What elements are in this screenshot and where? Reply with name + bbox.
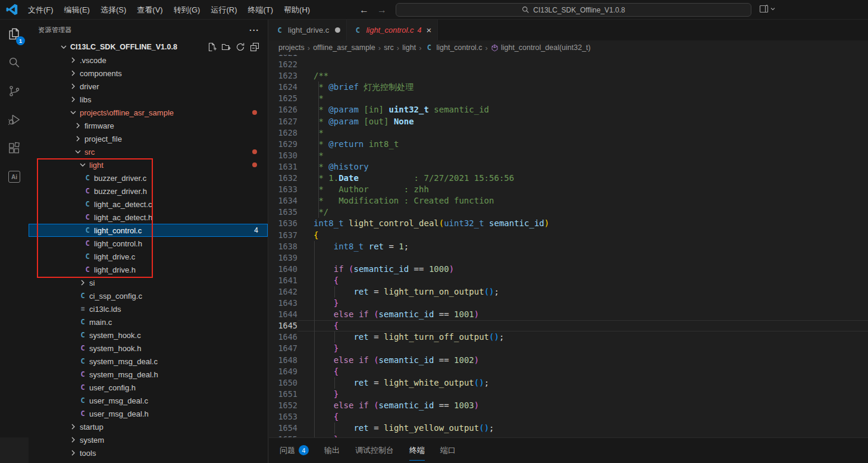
tree-item-system-hook-c[interactable]: Csystem_hook.c	[29, 329, 268, 342]
customize-layout-button[interactable]	[759, 4, 775, 14]
code-editor[interactable]: 162116221623/**1624 * @brief 灯光控制处理1625 …	[269, 55, 868, 437]
breadcrumb-item-light-control-c[interactable]: Clight_control.c	[424, 43, 482, 52]
editor-tab-light-control-c[interactable]: Clight_control.c4×	[347, 20, 438, 40]
code-line-1632[interactable]: 1632 * 1.Date : 7/27/2021 15:56:56	[269, 173, 868, 184]
code-line-1640[interactable]: 1640 if (semantic_id == 1000)	[269, 264, 868, 275]
code-line-1626[interactable]: 1626 * @param [in] uint32_t semantic_id	[269, 104, 868, 115]
menu-item-3[interactable]: 查看(V)	[131, 0, 168, 20]
tree-item-buzzer-driver-h[interactable]: Cbuzzer_driver.h	[29, 184, 268, 198]
code-line-1643[interactable]: 1643 }	[269, 298, 868, 309]
code-line-1624[interactable]: 1624 * @brief 灯光控制处理	[269, 82, 868, 93]
code-line-1631[interactable]: 1631 * @history	[269, 161, 868, 173]
tree-item-startup[interactable]: startup	[29, 420, 268, 433]
breadcrumb-item-src[interactable]: src	[384, 43, 394, 52]
code-line-1630[interactable]: 1630 *	[269, 150, 868, 161]
tree-item-system-hook-h[interactable]: Csystem_hook.h	[29, 342, 268, 355]
code-line-1648[interactable]: 1648 else if (semantic_id == 1002)	[269, 355, 868, 366]
tree-item-light-control-h[interactable]: Clight_control.h	[29, 237, 268, 250]
editor-tab-light-drive-c[interactable]: Clight_drive.c	[269, 20, 347, 40]
panel-tab-[interactable]: 终端	[409, 440, 425, 461]
code-line-1628[interactable]: 1628 *	[269, 127, 868, 139]
tree-item-vscode[interactable]: .vscode	[29, 54, 268, 67]
tree-item-libs[interactable]: libs	[29, 93, 268, 106]
code-line-1646[interactable]: 1646 ret = light_turn_off_output();	[269, 331, 868, 343]
tree-item-light-ac-detect-h[interactable]: Clight_ac_detect.h	[29, 211, 268, 224]
panel-tab-[interactable]: 问题4	[280, 440, 309, 461]
code-line-1627[interactable]: 1627 * @param [out] None	[269, 116, 868, 127]
menu-item-5[interactable]: 运行(R)	[205, 0, 242, 20]
code-line-1633[interactable]: 1633 * Author : zhh	[269, 184, 868, 195]
activity-item-search[interactable]	[0, 48, 29, 77]
tree-item-ci13lc-lds[interactable]: ≡ci13lc.lds	[29, 302, 268, 315]
tree-item-driver[interactable]: driver	[29, 80, 268, 93]
modified-dot-icon[interactable]	[335, 27, 340, 33]
tree-item-system[interactable]: system	[29, 433, 268, 446]
refresh-button[interactable]	[236, 42, 245, 52]
tree-item-user-msg-deal-h[interactable]: Cuser_msg_deal.h	[29, 407, 268, 420]
code-line-1629[interactable]: 1629 * @return int8_t	[269, 139, 868, 150]
tree-item-projects-offline-asr-sample[interactable]: projects\offline_asr_sample	[29, 106, 268, 119]
tree-item-system-msg-deal-c[interactable]: Csystem_msg_deal.c	[29, 355, 268, 368]
tree-item-buzzer-driver-c[interactable]: Cbuzzer_driver.c	[29, 171, 268, 184]
code-line-1645[interactable]: 1645 {	[269, 320, 868, 331]
command-center-search[interactable]: CI13LC_SDK_Offline_V1.0.8	[396, 3, 751, 17]
code-line-1636[interactable]: 1636int8_t light_control_deal(uint32_t s…	[269, 218, 868, 229]
new-file-button[interactable]	[207, 42, 217, 52]
tree-item-light-drive-c[interactable]: Clight_drive.c	[29, 250, 268, 263]
activity-item-run-debug[interactable]	[0, 105, 29, 134]
activity-item-source-control[interactable]	[0, 77, 29, 105]
code-line-1653[interactable]: 1653 {	[269, 411, 868, 423]
code-line-1621[interactable]: 1621	[269, 55, 868, 59]
panel-tab-[interactable]: 输出	[324, 440, 340, 461]
new-folder-button[interactable]	[221, 42, 231, 52]
code-line-1651[interactable]: 1651 }	[269, 389, 868, 400]
tree-item-src[interactable]: src	[29, 145, 268, 158]
tree-item-components[interactable]: components	[29, 67, 268, 80]
code-line-1638[interactable]: 1638 int8_t ret = 1;	[269, 241, 868, 252]
tree-item-firmware[interactable]: firmware	[29, 119, 268, 132]
menu-item-2[interactable]: 选择(S)	[95, 0, 131, 20]
code-line-1634[interactable]: 1634 * Modification : Created function	[269, 195, 868, 207]
panel-tab-[interactable]: 端口	[440, 440, 456, 461]
activity-item-ai-extension[interactable]: Ai	[0, 162, 29, 191]
nav-back-icon[interactable]: ←	[359, 0, 369, 20]
breadcrumb-item-projects[interactable]: projects	[278, 43, 305, 52]
tree-item-light-control-c[interactable]: Clight_control.c4	[29, 224, 268, 237]
code-line-1639[interactable]: 1639	[269, 252, 868, 264]
code-line-1641[interactable]: 1641 {	[269, 275, 868, 286]
code-line-1635[interactable]: 1635 */	[269, 207, 868, 218]
code-line-1650[interactable]: 1650 ret = light_white_output();	[269, 377, 868, 389]
tree-item-light-drive-h[interactable]: Clight_drive.h	[29, 263, 268, 276]
code-line-1652[interactable]: 1652 else if (semantic_id == 1003)	[269, 400, 868, 411]
more-actions-icon[interactable]: ···	[249, 26, 259, 35]
code-line-1644[interactable]: 1644 else if (semantic_id == 1001)	[269, 309, 868, 320]
tree-item-user-config-h[interactable]: Cuser_config.h	[29, 381, 268, 394]
breadcrumb-item-light-control-deal-uint32-t[interactable]: light_control_deal(uint32_t)	[491, 43, 591, 52]
code-line-1637[interactable]: 1637{	[269, 230, 868, 241]
tree-item-project-file[interactable]: project_file	[29, 132, 268, 145]
code-line-1649[interactable]: 1649 {	[269, 366, 868, 377]
activity-item-extensions[interactable]	[0, 134, 29, 162]
code-line-1647[interactable]: 1647 }	[269, 343, 868, 354]
tree-item-tools[interactable]: tools	[29, 446, 268, 459]
breadcrumb-item-offline-asr-sample[interactable]: offline_asr_sample	[313, 43, 375, 52]
code-line-1654[interactable]: 1654 ret = light_yellow_output();	[269, 423, 868, 434]
nav-forward-icon[interactable]: →	[377, 0, 387, 20]
code-line-1623[interactable]: 1623/**	[269, 70, 868, 82]
breadcrumb-item-light[interactable]: light	[402, 43, 416, 52]
tree-item-user-msg-deal-c[interactable]: Cuser_msg_deal.c	[29, 394, 268, 407]
tree-item-main-c[interactable]: Cmain.c	[29, 315, 268, 329]
tree-item-ci-ssp-config-c[interactable]: Cci_ssp_config.c	[29, 289, 268, 302]
close-tab-icon[interactable]: ×	[427, 26, 432, 35]
tree-item-system-msg-deal-h[interactable]: Csystem_msg_deal.h	[29, 368, 268, 381]
menu-item-4[interactable]: 转到(G)	[168, 0, 206, 20]
code-line-1622[interactable]: 1622	[269, 59, 868, 70]
collapse-folders-button[interactable]	[250, 42, 259, 52]
code-line-1642[interactable]: 1642 ret = light_turn_on_output();	[269, 286, 868, 298]
tree-item-si[interactable]: si	[29, 276, 268, 289]
activity-item-explorer[interactable]: 1	[0, 20, 29, 48]
menu-item-1[interactable]: 编辑(E)	[59, 0, 95, 20]
tree-item-light-ac-detect-c[interactable]: Clight_ac_detect.c	[29, 198, 268, 211]
menu-item-6[interactable]: 终端(T)	[242, 0, 278, 20]
tree-item-ci13lc-sdk-offline-v1-0-8[interactable]: CI13LC_SDK_OFFLINE_V1.0.8	[29, 40, 268, 54]
